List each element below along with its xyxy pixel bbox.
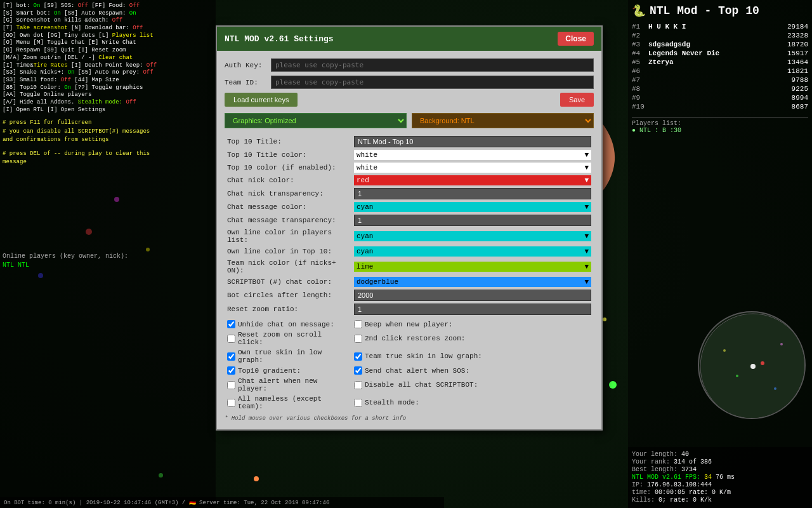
top10-gradient-cell: Top10 gradient: xyxy=(227,366,349,375)
team-true-skin-cell: Team true skin in low graph: xyxy=(354,352,591,361)
checkbox-row-1: Unhide chat on message: Beep when new pl… xyxy=(225,319,594,330)
chat-nick-transparency-input[interactable] xyxy=(354,188,591,199)
rank-9: #9 xyxy=(632,94,645,102)
log-line-10: [S3] Snake Nicks+: On [S5] Auto no prey:… xyxy=(3,69,213,77)
team-id-label: Team ID: xyxy=(225,79,266,86)
unhide-chat-checkbox[interactable] xyxy=(227,320,235,328)
bot-circles-label: Bot circles after length: xyxy=(225,288,351,302)
top10-row-4: #4 Legends Never Die 15917 xyxy=(632,50,808,57)
log-line-2: [S] Smart bot: On [S8] Auto Respawn: On xyxy=(3,10,213,18)
beep-player-label: Beep when new player: xyxy=(365,321,453,328)
top10-row-1: #1 H U K K I 29184 xyxy=(632,23,808,30)
top10-gradient-checkbox[interactable] xyxy=(227,366,235,375)
minimap xyxy=(698,311,806,419)
scriptbot-dropdown[interactable]: dodgerblue ▼ xyxy=(354,277,591,287)
online-players-value: NTL NTL xyxy=(3,261,213,270)
chat-alert-player-cell: Chat alert when new player: xyxy=(227,377,349,392)
background-dropdown[interactable]: Background: NTL xyxy=(412,113,594,128)
stat-length: Your length: 40 xyxy=(632,451,808,458)
top10-title-label: Top 10 Title: xyxy=(225,135,351,149)
send-chat-sos-cell: Send chat alert when SOS: xyxy=(354,366,591,375)
second-click-cell: 2nd click restores zoom: xyxy=(354,335,591,343)
stat-best-length: Best length: 3734 xyxy=(632,466,808,473)
svg-point-5 xyxy=(736,375,738,377)
right-panel: 🐍 NTL Mod - Top 10 #1 H U K K I 29184 #2… xyxy=(628,0,812,508)
bot-time: On BOT time: 0 min(s) xyxy=(4,500,75,506)
setting-row-own-line-players: Own line color in players list: cyan ▼ xyxy=(225,227,594,245)
save-button[interactable]: Save xyxy=(560,93,594,107)
score-6: 11821 xyxy=(787,67,808,75)
team-nick-dropdown[interactable]: lime ▼ xyxy=(354,262,591,272)
all-nameless-label: All nameless (except team): xyxy=(238,395,349,410)
graphics-dropdown[interactable]: Graphics: Optimized xyxy=(225,113,407,128)
settings-modal: NTL MOD v2.61 Settings Close Auth Key: T… xyxy=(216,25,603,431)
reset-zoom-scroll-checkbox[interactable] xyxy=(227,335,235,343)
chat-message-transparency-input[interactable] xyxy=(354,215,591,226)
comment-message: message xyxy=(3,158,213,167)
beep-player-checkbox[interactable] xyxy=(354,320,362,328)
second-click-checkbox[interactable] xyxy=(354,335,362,343)
rank-3: #3 xyxy=(632,41,645,48)
top10-row-5: #5 Zterya 13464 xyxy=(632,58,808,66)
chat-nick-transparency-label: Chat nick transparency: xyxy=(225,187,351,201)
stealth-mode-checkbox[interactable] xyxy=(354,399,362,407)
stat-rank: Your rank: 314 of 386 xyxy=(632,458,808,465)
setting-row-team-nick: Team nick color (if nicks+ ON): lime ▼ xyxy=(225,258,594,276)
all-nameless-cell: All nameless (except team): xyxy=(227,395,349,410)
send-chat-sos-checkbox[interactable] xyxy=(354,366,362,375)
length-value: 40 xyxy=(681,451,689,458)
team-id-input[interactable] xyxy=(271,76,594,89)
score-8: 9225 xyxy=(792,85,808,93)
reset-zoom-input[interactable] xyxy=(354,304,591,315)
timestamp-value: 2019-10-22 10:47:46 (GMT+3) / xyxy=(86,500,186,506)
log-line-7: [G] Respawn [S9] Quit [I] Reset zoom xyxy=(3,47,213,55)
stealth-mode-cell: Stealth mode: xyxy=(354,399,591,407)
auth-key-input[interactable] xyxy=(271,58,594,72)
auth-key-row: Auth Key: xyxy=(225,58,594,72)
name-1: H U K K I xyxy=(648,23,783,30)
name-3: sdgsadgsdg xyxy=(648,41,783,48)
log-line-15: [I] Open RTL [I] Open Settings xyxy=(3,107,213,114)
second-click-label: 2nd click restores zoom: xyxy=(365,335,465,342)
team-true-skin-checkbox[interactable] xyxy=(354,352,362,361)
bot-circles-input[interactable] xyxy=(354,290,591,301)
score-7: 9788 xyxy=(792,76,808,84)
chat-alert-player-checkbox[interactable] xyxy=(227,381,235,389)
score-3: 18720 xyxy=(787,41,808,48)
rank-1: #1 xyxy=(632,23,645,30)
own-line-players-dropdown[interactable]: cyan ▼ xyxy=(354,231,591,241)
chat-nick-color-dropdown[interactable]: red ▼ xyxy=(354,175,591,185)
chat-message-color-dropdown[interactable]: cyan ▼ xyxy=(354,202,591,212)
svg-point-4 xyxy=(761,361,764,365)
stat-kills: Kills: 0; rate: 0 K/k xyxy=(632,497,808,504)
own-line-top10-dropdown[interactable]: cyan ▼ xyxy=(354,246,591,257)
top10-title-color-label: Top 10 Title color: xyxy=(225,149,351,161)
load-keys-button[interactable]: Load current keys xyxy=(225,93,298,107)
team-true-skin-label: Team true skin in low graph: xyxy=(365,352,482,360)
dropdown-row: Graphics: Optimized Background: NTL xyxy=(225,113,594,128)
log-line-5: [OO] Own dot [OG] Tiny dots [L] Players … xyxy=(3,32,213,40)
food-dot xyxy=(254,476,259,481)
setting-row-chat-nick-color: Chat nick color: red ▼ xyxy=(225,174,594,187)
auth-key-label: Auth Key: xyxy=(225,62,266,69)
fps2-value: 76 ms xyxy=(716,474,735,481)
checkbox-table: Unhide chat on message: Beep when new pl… xyxy=(225,319,594,411)
ip-value: 176.96.83.108:444 xyxy=(647,481,712,488)
top10-color-dropdown[interactable]: white ▼ xyxy=(354,163,591,173)
top10-title-color-dropdown[interactable]: white ▼ xyxy=(354,150,591,160)
ip-label: IP: xyxy=(632,481,643,488)
comment-del: # press DEL of -- during play to clear t… xyxy=(3,150,213,159)
food-dot xyxy=(603,318,606,321)
top10-row-10: #10 8687 xyxy=(632,103,808,110)
top10-title-input[interactable] xyxy=(354,136,591,147)
chat-message-color-label: Chat message color: xyxy=(225,201,351,213)
all-nameless-checkbox[interactable] xyxy=(227,399,235,407)
unhide-chat-label: Unhide chat on message: xyxy=(238,321,334,328)
own-line-players-label: Own line color in players list: xyxy=(225,227,351,245)
online-players-label: Online players (key owner, nick): xyxy=(3,252,213,261)
own-true-skin-checkbox[interactable] xyxy=(227,352,235,361)
close-button[interactable]: Close xyxy=(558,32,594,46)
disable-all-chat-checkbox[interactable] xyxy=(354,381,362,389)
team-id-row: Team ID: xyxy=(225,76,594,89)
log-line-8: [M/A] Zoom out/in [DEL / -] Clear chat xyxy=(3,55,213,62)
